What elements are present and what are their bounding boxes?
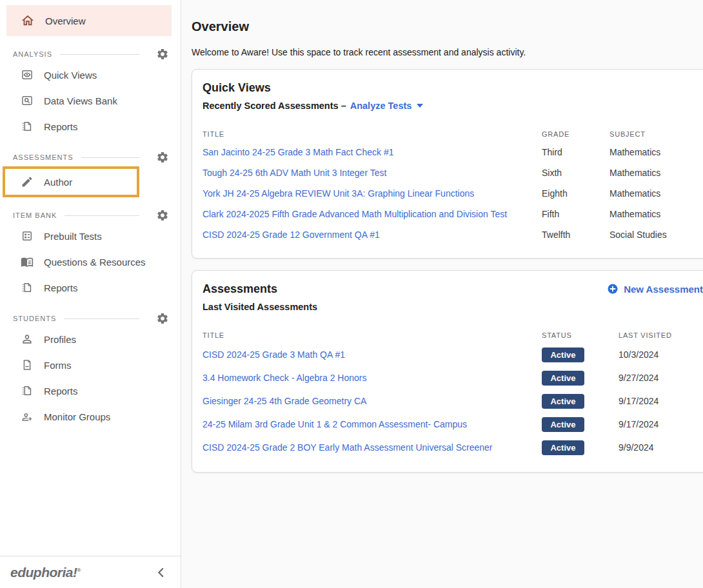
sidebar-item-label: Overview [45,15,86,26]
pencil-icon [21,175,34,188]
section-title: ASSESSMENTS [13,153,74,161]
last-visited-cell: 9/17/2024 [619,396,703,406]
plus-circle-icon [607,283,619,295]
sidebar-item-author[interactable]: Author [5,169,137,195]
app-window: Overview ANALYSIS Quick Views Data [0,0,703,588]
section-divider [81,157,139,158]
assessment-title-link[interactable]: CISD 2024-25 Grade 3 Math QA #1 [203,349,542,360]
column-header-title: TITLE [203,331,542,339]
last-visited-cell: 9/17/2024 [619,419,703,429]
person-icon [21,333,34,346]
last-visited-cell: 9/9/2024 [619,442,703,453]
assessment-title-link[interactable]: Giesinger 24-25 4th Grade Geometry CA [203,396,542,406]
column-header-status: STATUS [542,331,619,339]
gear-icon[interactable] [156,151,169,164]
grade-cell: Twelfth [542,230,609,240]
column-header-subject: SUBJECT [609,130,703,138]
sidebar-item-profiles[interactable]: Profiles [0,326,181,352]
table-row: CISD 2024-25 Grade 3 Math QA #1 Active 1… [203,343,703,366]
sidebar-item-prebuilt-tests[interactable]: Prebuilt Tests [0,223,181,249]
section-title: ITEM BANK [13,211,57,219]
table-row: 24-25 Milam 3rd Grade Unit 1 & 2 Common … [203,413,703,436]
report-icon [21,384,34,397]
assessment-title-link[interactable]: San Jacinto 24-25 Grade 3 Math Fact Chec… [203,147,542,157]
table-row: Giesinger 24-25 4th Grade Geometry CA Ac… [203,389,703,413]
sidebar-item-label: Reports [44,386,78,397]
quick-views-card: Quick Views Recently Scored Assessments … [192,69,703,259]
section-divider [60,54,139,55]
sidebar-item-questions-resources[interactable]: Questions & Resources [0,249,181,275]
chevron-left-icon[interactable] [153,565,169,580]
card-title: Assessments [203,281,277,297]
card-subtitle: Last Visited Assessments [203,300,317,313]
gear-icon[interactable] [156,312,169,325]
sidebar-item-label: Reports [44,121,78,132]
sidebar: Overview ANALYSIS Quick Views Data [0,0,181,588]
sidebar-item-label: Forms [44,360,72,371]
report-icon [21,281,34,294]
sidebar-item-label: Data Views Bank [44,95,117,106]
section-divider [64,215,139,216]
column-header-title: TITLE [203,130,542,138]
search-card-icon [21,94,34,107]
gear-icon[interactable] [156,48,169,61]
main-content: Overview Welcome to Aware! Use this spac… [181,0,703,588]
table-row: Tough 24-25 6th ADV Math Unit 3 Integer … [203,162,703,183]
section-title: STUDENTS [13,315,56,322]
table-row: CISD 2024-25 Grade 2 BOY Early Math Asse… [203,436,703,459]
sidebar-item-item-bank-reports[interactable]: Reports [0,275,181,300]
sidebar-item-students-reports[interactable]: Reports [0,378,181,404]
table-header-row: TITLE GRADE SUBJECT [203,126,703,142]
sidebar-item-label: Quick Views [44,70,97,81]
last-visited-cell: 9/27/2024 [619,373,703,383]
table-row: San Jacinto 24-25 Grade 3 Math Fact Chec… [203,142,703,162]
sidebar-item-data-views-bank[interactable]: Data Views Bank [0,88,181,113]
grade-cell: Fifth [542,209,609,219]
person-add-icon [21,410,34,423]
section-header-item-bank: ITEM BANK [13,208,169,223]
analyze-tests-link[interactable]: Analyze Tests [350,99,412,112]
sidebar-item-overview[interactable]: Overview [6,5,172,36]
column-header-last-visited: LAST VISITED [619,331,703,339]
book-icon [21,255,34,268]
assessment-title-link[interactable]: 3.4 Homework Check - Algebra 2 Honors [203,373,542,383]
table-row: 3.4 Homework Check - Algebra 2 Honors Ac… [203,366,703,389]
home-icon [21,14,35,28]
status-badge: Active [542,371,584,386]
assessment-title-link[interactable]: CISD 2024-25 Grade 2 BOY Early Math Asse… [203,442,542,453]
last-visited-cell: 10/3/2024 [619,349,703,360]
report-icon [21,120,34,133]
assessment-title-link[interactable]: CISD 2024-25 Grade 12 Government QA #1 [203,230,542,240]
quick-views-table: TITLE GRADE SUBJECT San Jacinto 24-25 Gr… [203,126,703,245]
sidebar-footer: eduphoria!® [0,556,181,588]
subject-cell: Mathematics [609,209,703,219]
table-row: York JH 24-25 Algebra REVIEW Unit 3A: Gr… [203,183,703,204]
assessment-title-link[interactable]: Tough 24-25 6th ADV Math Unit 3 Integer … [203,168,542,178]
eye-card-icon [21,68,34,81]
grade-cell: Sixth [542,168,609,178]
assessment-title-link[interactable]: York JH 24-25 Algebra REVIEW Unit 3A: Gr… [203,188,542,199]
section-header-assessments: ASSESSMENTS [13,150,169,165]
grade-cell: Third [542,147,609,157]
sidebar-item-monitor-groups[interactable]: Monitor Groups [0,404,181,429]
status-badge: Active [542,348,584,362]
assessment-title-link[interactable]: 24-25 Milam 3rd Grade Unit 1 & 2 Common … [203,419,542,429]
registered-mark: ® [77,567,81,573]
subject-cell: Mathematics [609,188,703,199]
gear-icon[interactable] [156,209,169,222]
sidebar-item-label: Profiles [44,334,76,345]
table-row: CISD 2024-25 Grade 12 Government QA #1 T… [203,224,703,245]
sidebar-item-quick-views[interactable]: Quick Views [0,62,181,88]
assessment-title-link[interactable]: Clark 2024-2025 Fifth Grade Advanced Mat… [203,209,542,219]
welcome-text: Welcome to Aware! Use this space to trac… [192,47,703,57]
new-assessment-button[interactable]: New Assessment [607,283,703,295]
card-title: Quick Views [203,80,703,95]
page-title: Overview [192,19,703,34]
author-annotation-highlight: Author [3,166,139,197]
sidebar-item-analysis-reports[interactable]: Reports [0,113,181,139]
chevron-down-icon[interactable] [417,104,423,108]
sidebar-item-label: Author [44,177,72,188]
sidebar-item-label: Prebuilt Tests [44,231,102,242]
card-subtitle: Recently Scored Assessments – [203,99,346,112]
sidebar-item-forms[interactable]: Forms [0,352,181,378]
